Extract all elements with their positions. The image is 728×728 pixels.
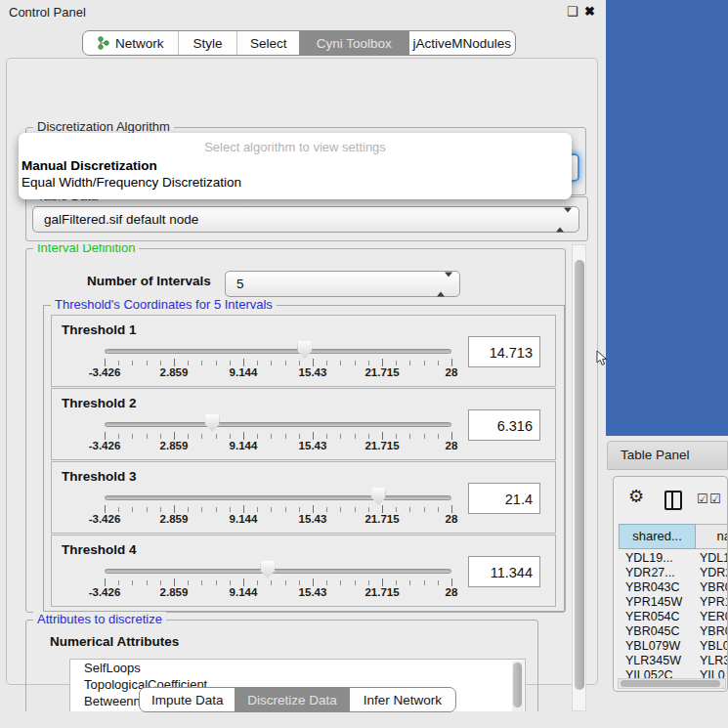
threshold-4-value-field[interactable]: 11.344 <box>468 556 540 587</box>
threshold-1-value-field[interactable]: 14.713 <box>468 336 540 367</box>
slider-track[interactable] <box>105 422 451 427</box>
table-row[interactable]: YBR043C YBR0 <box>619 580 728 595</box>
tab-cyni-toolbox[interactable]: Cyni Toolbox <box>299 31 408 55</box>
attributes-group-title: Attributes to discretize <box>33 612 166 626</box>
tab-impute-data[interactable]: Impute Data <box>140 688 235 711</box>
slider-track[interactable] <box>105 349 451 354</box>
scrollbar-thumb[interactable] <box>575 260 584 690</box>
tick-label: 9.144 <box>230 586 258 598</box>
tick-label: 15.43 <box>299 586 327 598</box>
table-row[interactable]: YDR27... YDR2 <box>619 566 728 580</box>
slider-minor-ticks <box>105 507 452 512</box>
tick-label: 15.43 <box>299 440 327 451</box>
tick-label: -3.426 <box>89 586 121 598</box>
tick-label: -3.426 <box>89 513 121 525</box>
cell: YPR145W <box>625 595 682 609</box>
table-row[interactable]: YBR045C YBR0 <box>619 624 728 639</box>
gear-icon[interactable]: ⚙ <box>628 486 644 507</box>
tick-label: 2.859 <box>160 586 189 598</box>
table-data-combobox[interactable]: galFiltered.sif default node <box>32 206 579 233</box>
tab-infer-network-label: Infer Network <box>364 693 442 707</box>
tab-discretize-data[interactable]: Discretize Data <box>235 688 348 711</box>
column-header-name[interactable]: na <box>696 524 728 549</box>
table-row[interactable]: YER054C YER0 <box>619 610 728 624</box>
slider-minor-ticks <box>105 434 452 439</box>
network-view-window: GAL80 GA C GAL11 GAL4 GCY1 H HAP2 <box>606 0 728 436</box>
list-scrollbar[interactable] <box>512 661 524 711</box>
table-horizontal-scrollbar[interactable] <box>618 678 726 689</box>
algorithm-dropdown-popup: Select algorithm to view settings Manual… <box>19 133 572 199</box>
tab-select[interactable]: Select <box>236 31 299 55</box>
cell: YBR043C <box>625 580 680 594</box>
checkbox-icon[interactable]: ☑ <box>697 492 708 506</box>
threshold-1-panel: Threshold 1 -3.426 2.859 9.144 15.43 21.… <box>51 315 556 387</box>
threshold-coordinates-group-title: Threshold's Coordinates for 5 Intervals <box>51 297 277 312</box>
columns-icon[interactable] <box>664 491 682 510</box>
slider-handle[interactable] <box>371 488 386 505</box>
slider-minor-ticks <box>105 580 452 585</box>
scrollbar-thumb[interactable] <box>621 680 720 687</box>
table-panel-title: Table Panel <box>621 448 727 462</box>
settings-scrollbar[interactable] <box>572 244 586 711</box>
stepper-icon <box>556 212 572 227</box>
slider-handle[interactable] <box>260 561 275 578</box>
threshold-2-slider[interactable]: -3.426 2.859 9.144 15.43 21.715 28 <box>105 389 451 461</box>
discretization-algorithm-group-title: Discretization Algorithm <box>33 119 174 134</box>
cell: YBR0 <box>700 580 728 594</box>
list-item-selfloops[interactable]: SelfLoops <box>70 660 525 676</box>
popup-option-equal-width-frequency[interactable]: Equal Width/Frequency Discretization <box>19 174 572 191</box>
slider-track[interactable] <box>105 495 451 500</box>
titlebar: Control Panel ❑ ✖ <box>0 0 604 23</box>
tick-label: 21.715 <box>364 586 399 598</box>
scrollbar-thumb[interactable] <box>513 663 522 707</box>
cyni-toolbox-panel: Discretization Algorithm Select algorith… <box>6 58 598 685</box>
tab-infer-network[interactable]: Infer Network <box>349 688 455 711</box>
threshold-3-value-field[interactable]: 21.4 <box>468 483 540 514</box>
cell: YBR0 <box>700 624 728 638</box>
tab-network[interactable]: Network <box>83 31 178 55</box>
threshold-4-slider[interactable]: -3.426 2.859 9.144 15.43 21.715 28 <box>105 535 451 608</box>
cell: YLR345W <box>625 654 681 667</box>
tick-label: 9.144 <box>230 366 258 378</box>
tab-select-label: Select <box>250 36 287 51</box>
tick-label: -3.426 <box>89 366 121 378</box>
threshold-1-slider[interactable]: -3.426 2.859 9.144 15.43 21.715 28 <box>105 316 451 388</box>
threshold-3-panel: Threshold 3 -3.426 2.859 9.144 15.43 21.… <box>51 461 556 534</box>
stepper-icon <box>437 277 452 291</box>
popup-option-manual-discretization[interactable]: Manual Discretization <box>19 157 572 174</box>
slider-handle[interactable] <box>297 341 312 359</box>
threshold-2-value-field[interactable]: 6.316 <box>468 409 540 441</box>
close-icon[interactable]: ✖ <box>584 4 595 19</box>
settings-scroll-viewport: Interval Definition Number of Intervals … <box>19 244 586 711</box>
table-data-combobox-value: galFiltered.sif default node <box>44 207 198 232</box>
table-panel-body: ⚙ ☑ ☑ shared... na YDL19... YDL1 YDR27..… <box>613 476 728 692</box>
threshold-3-slider[interactable]: -3.426 2.859 9.144 15.43 21.715 28 <box>105 462 451 535</box>
column-header-shared-name[interactable]: shared... <box>619 524 696 549</box>
tick-label: 28 <box>446 440 458 451</box>
cell: YBR045C <box>625 624 680 638</box>
tick-label: 2.859 <box>160 366 189 378</box>
interval-definition-group: Interval Definition Number of Intervals … <box>25 248 566 613</box>
number-of-intervals-label: Number of Intervals <box>87 274 211 288</box>
cell: YER0 <box>700 610 728 623</box>
table-row[interactable]: YPR145W YPR1 <box>619 595 728 610</box>
tab-jactivemnodules[interactable]: jActiveMNodules <box>408 31 516 55</box>
tick-label: 15.43 <box>299 513 327 525</box>
checkbox-icon[interactable]: ☑ <box>709 492 721 506</box>
cell: YER054C <box>625 610 680 623</box>
tab-style-label: Style <box>193 36 222 51</box>
number-of-intervals-spinner[interactable]: 5 <box>225 271 460 297</box>
tab-style[interactable]: Style <box>178 31 237 55</box>
tick-label: 28 <box>446 366 458 378</box>
slider-handle[interactable] <box>205 414 220 432</box>
cell: YBL079W <box>625 639 680 653</box>
slider-track[interactable] <box>105 569 451 574</box>
tab-impute-data-label: Impute Data <box>151 693 224 707</box>
cell: YBL0 <box>700 639 728 653</box>
tick-label: 21.715 <box>364 513 399 525</box>
table-row[interactable]: YBL079W YBL0 <box>619 639 728 654</box>
cell: YDL1 <box>700 551 728 565</box>
float-icon[interactable]: ❑ <box>567 4 578 19</box>
table-row[interactable]: YLR345W YLR3 <box>619 654 728 668</box>
table-row[interactable]: YDL19... YDL1 <box>619 551 728 566</box>
